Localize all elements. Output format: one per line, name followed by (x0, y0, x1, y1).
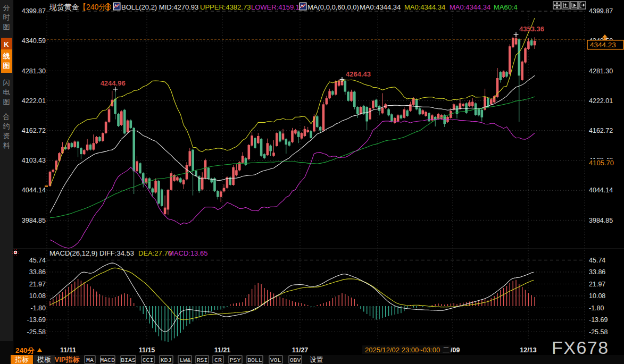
svg-text:MA0:4344.34: MA0:4344.34 (404, 3, 445, 11)
svg-text:CR: CR (214, 357, 222, 363)
svg-text:合: 合 (3, 113, 10, 121)
svg-text:4044.14: 4044.14 (22, 187, 46, 194)
svg-text:时: 时 (3, 13, 10, 21)
svg-text:MA: MA (86, 357, 94, 363)
svg-text:-13.69: -13.69 (27, 316, 46, 324)
svg-text:-1.80: -1.80 (31, 304, 46, 312)
svg-text:-25.58: -25.58 (589, 328, 608, 336)
svg-text:4105.70: 4105.70 (589, 159, 614, 167)
svg-text:4162.72: 4162.72 (22, 127, 46, 134)
svg-text:DEA:27.70: DEA:27.70 (138, 249, 172, 257)
svg-text:MA0:4344.34: MA0:4344.34 (450, 3, 490, 11)
svg-text:4340.59: 4340.59 (22, 37, 46, 45)
svg-text:33.86: 33.86 (589, 268, 605, 276)
svg-text:MA60:4: MA60:4 (494, 3, 518, 11)
svg-text:设置: 设置 (310, 356, 323, 363)
svg-text:10.08: 10.08 (29, 292, 46, 300)
svg-text:图: 图 (3, 23, 10, 31)
svg-text:-13.69: -13.69 (589, 316, 608, 324)
svg-text:指标: 指标 (14, 355, 29, 363)
svg-text:11/21: 11/21 (214, 346, 231, 354)
svg-text:4162.72: 4162.72 (589, 127, 613, 134)
svg-text:CCI: CCI (143, 357, 154, 363)
svg-text:RSI: RSI (197, 357, 208, 363)
svg-text:MACD:13.65: MACD:13.65 (168, 249, 207, 257)
svg-text:LOWER:4159.14: LOWER:4159.14 (251, 3, 303, 11)
svg-text:分: 分 (3, 4, 10, 12)
svg-text:K: K (4, 40, 9, 48)
svg-text:BIAS: BIAS (121, 357, 136, 363)
svg-text:模板: 模板 (37, 355, 51, 363)
svg-text:4281.30: 4281.30 (22, 67, 46, 75)
svg-text:45.74: 45.74 (589, 257, 605, 264)
svg-text:LW&: LW& (180, 357, 191, 363)
svg-text:-1.80: -1.80 (589, 304, 604, 312)
svg-text:OBV: OBV (290, 357, 301, 363)
svg-text:MA(0,0,0,60,0,0): MA(0,0,0,60,0,0) (307, 3, 359, 11)
svg-text:10.08: 10.08 (589, 292, 605, 300)
svg-text:21.97: 21.97 (589, 281, 605, 288)
svg-text:KDJ: KDJ (161, 357, 172, 363)
svg-text:BOLL: BOLL (247, 357, 262, 363)
svg-text:12/13: 12/13 (520, 346, 536, 354)
svg-text:PSY: PSY (230, 357, 241, 363)
svg-text:240分: 240分 (15, 346, 35, 354)
svg-text:BOLL(20,2) MID:4270.93: BOLL(20,2) MID:4270.93 (121, 3, 198, 11)
svg-text:4222.01: 4222.01 (22, 97, 46, 105)
svg-text:11/15: 11/15 (139, 346, 155, 354)
svg-text:UPPER:4382.73: UPPER:4382.73 (200, 3, 251, 11)
svg-text:4353.36: 4353.36 (519, 25, 544, 33)
svg-text:VIP指标: VIP指标 (55, 355, 80, 363)
svg-text:3984.85: 3984.85 (589, 217, 613, 224)
svg-text:33.86: 33.86 (29, 268, 46, 276)
svg-text:45.74: 45.74 (29, 257, 46, 264)
svg-text:4399.87: 4399.87 (589, 7, 613, 15)
svg-text:2025/12/02 23:00~03:00: 2025/12/02 23:00~03:00 (365, 346, 440, 354)
svg-text:21.97: 21.97 (29, 281, 46, 288)
svg-text:电: 电 (3, 88, 10, 96)
svg-text:11/11: 11/11 (60, 346, 76, 354)
svg-text:线: 线 (3, 52, 10, 60)
svg-text:图: 图 (3, 98, 10, 106)
svg-text:4281.30: 4281.30 (589, 67, 613, 75)
svg-text:MA0:4344.34: MA0:4344.34 (360, 3, 401, 11)
svg-text:4222.01: 4222.01 (589, 97, 613, 105)
svg-text:料: 料 (3, 141, 10, 149)
svg-text:4044.14: 4044.14 (589, 187, 613, 194)
svg-text:11/27: 11/27 (292, 346, 309, 354)
svg-text:4399.87: 4399.87 (22, 7, 46, 15)
svg-text:4103.43: 4103.43 (22, 157, 46, 164)
svg-text:约: 约 (3, 122, 10, 130)
svg-text:MACD(26,12,9) DIFF:34.53: MACD(26,12,9) DIFF:34.53 (49, 249, 134, 257)
svg-text:二: 二 (443, 346, 450, 354)
svg-text:MACD: MACD (100, 357, 115, 363)
svg-text:4244.96: 4244.96 (101, 79, 126, 87)
svg-text:4344.23: 4344.23 (590, 41, 616, 49)
svg-text:资: 资 (3, 132, 10, 140)
svg-text:闪: 闪 (3, 79, 10, 87)
svg-text:FX678: FX678 (552, 337, 609, 358)
svg-text:3984.85: 3984.85 (22, 217, 46, 224)
svg-text:4264.43: 4264.43 (346, 70, 371, 78)
svg-text:-25.58: -25.58 (27, 328, 46, 336)
svg-text:/09: /09 (451, 346, 460, 354)
svg-text:图: 图 (3, 62, 10, 70)
svg-text:VOL: VOL (270, 357, 281, 363)
svg-text:现货黄金: 现货黄金 (49, 3, 79, 11)
